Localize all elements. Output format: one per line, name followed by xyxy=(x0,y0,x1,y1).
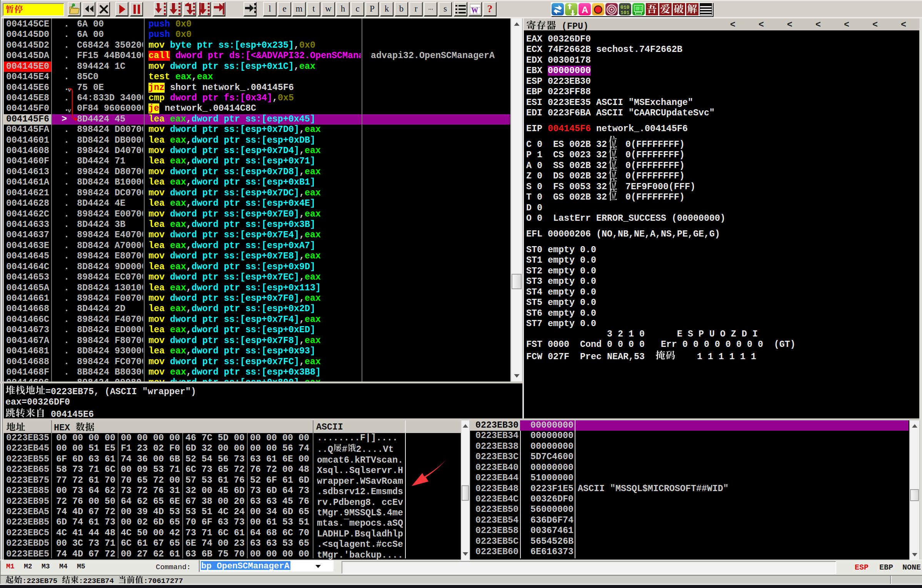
svg-text:W: W xyxy=(471,7,478,14)
svg-text:010: 010 xyxy=(620,5,630,10)
svg-text:101: 101 xyxy=(620,10,630,16)
svg-text:A: A xyxy=(582,5,588,15)
